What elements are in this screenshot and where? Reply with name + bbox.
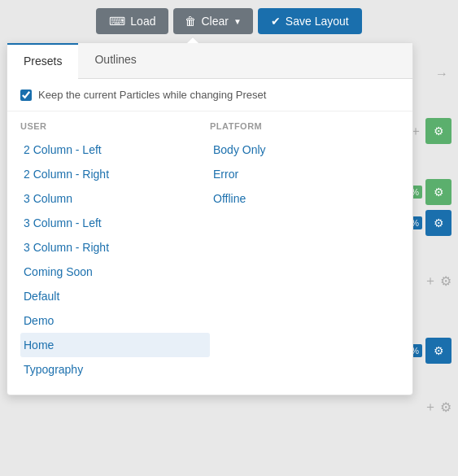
load-button[interactable]: ⌨ Load <box>96 8 168 34</box>
platform-col-header: PLATFORM <box>210 121 399 131</box>
user-col-header: USER <box>20 121 210 131</box>
row-controls-2: % ⚙ <box>408 179 451 205</box>
save-label: Save Layout <box>286 15 349 28</box>
row-controls-4: ＋ ⚙ <box>424 273 451 290</box>
redo-icon: → <box>435 67 448 81</box>
gear-button-5[interactable]: ⚙ <box>425 338 451 364</box>
list-item[interactable]: Error <box>210 162 399 186</box>
list-item[interactable]: 3 Column <box>20 186 210 211</box>
clear-label: Clear <box>201 15 228 28</box>
gear-button-4[interactable]: ⚙ <box>440 273 451 289</box>
list-item[interactable]: 2 Column - Left <box>20 138 210 162</box>
row-controls-6: ＋ ⚙ <box>424 399 451 416</box>
list-item[interactable]: Typography <box>20 357 210 382</box>
list-item[interactable]: Home <box>20 333 210 357</box>
gear-button-6[interactable]: ⚙ <box>440 400 451 415</box>
tab-outlines[interactable]: Outlines <box>78 43 152 79</box>
save-layout-button[interactable]: ✔ Save Layout <box>258 8 362 34</box>
list-item[interactable]: 2 Column - Right <box>20 162 210 186</box>
row-controls-1: ＋ ⚙ <box>409 118 451 144</box>
presets-dropdown: Presets Outlines Keep the current Partic… <box>7 42 413 395</box>
row-controls-3: % ⚙ <box>408 210 451 236</box>
list-item[interactable]: Offline <box>210 186 399 211</box>
row-controls-5: % ⚙ <box>408 338 451 364</box>
checkmark-icon: ✔ <box>271 15 281 28</box>
list-item[interactable]: Default <box>20 284 210 308</box>
keep-particles-row: Keep the current Particles while changin… <box>7 79 412 111</box>
clear-button[interactable]: 🗑 Clear ▼ <box>173 8 252 34</box>
chevron-down-icon: ▼ <box>233 17 242 26</box>
list-item[interactable]: Demo <box>20 308 210 333</box>
keep-particles-label: Keep the current Particles while changin… <box>38 89 266 101</box>
user-presets-col: USER 2 Column - Left 2 Column - Right 3 … <box>20 121 210 382</box>
toolbar: ⌨ Load 🗑 Clear ▼ ✔ Save Layout <box>0 0 458 42</box>
presets-body: USER 2 Column - Left 2 Column - Right 3 … <box>7 111 412 395</box>
gear-button-1[interactable]: ⚙ <box>425 118 451 144</box>
plus-icon-2[interactable]: ＋ <box>424 273 437 290</box>
plus-icon-3[interactable]: ＋ <box>424 399 437 416</box>
gear-button-3[interactable]: ⚙ <box>425 210 451 236</box>
keep-particles-checkbox[interactable] <box>20 90 32 101</box>
load-label: Load <box>130 15 155 28</box>
trash-icon: 🗑 <box>185 15 196 28</box>
load-icon: ⌨ <box>109 15 125 28</box>
list-item[interactable]: Body Only <box>210 138 399 162</box>
platform-presets-col: PLATFORM Body Only Error Offline <box>210 121 399 382</box>
list-item[interactable]: 3 Column - Left <box>20 211 210 235</box>
list-item[interactable]: Coming Soon <box>20 260 210 284</box>
list-item[interactable]: 3 Column - Right <box>20 235 210 260</box>
tab-presets[interactable]: Presets <box>7 43 78 79</box>
tab-bar: Presets Outlines <box>7 43 412 79</box>
gear-button-2[interactable]: ⚙ <box>425 179 451 205</box>
